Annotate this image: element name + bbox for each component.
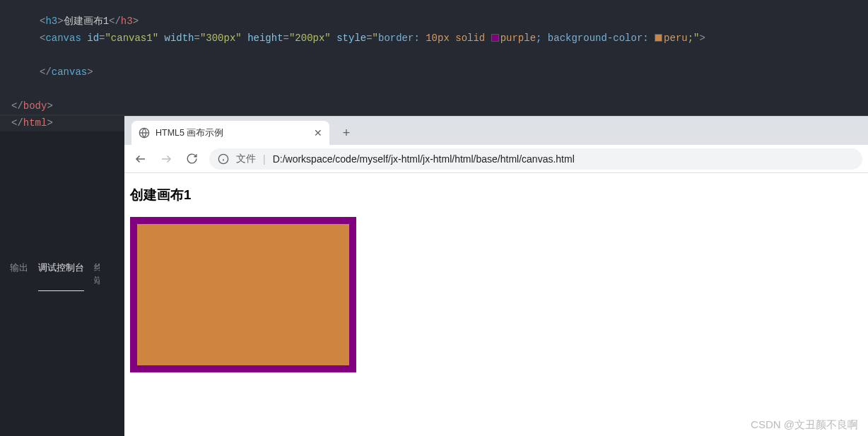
address-prefix: 文件 bbox=[236, 153, 256, 165]
panel-tab-terminal[interactable]: 终端 bbox=[94, 261, 100, 291]
back-button[interactable] bbox=[130, 148, 151, 170]
browser-tab[interactable]: HTML5 画布示例 ✕ bbox=[131, 121, 329, 145]
browser-tab-title: HTML5 画布示例 bbox=[156, 127, 308, 139]
globe-icon bbox=[139, 127, 150, 139]
new-tab-button[interactable]: + bbox=[336, 123, 356, 143]
browser-toolbar: 文件 | D:/workspace/code/myself/jx-html/jx… bbox=[124, 145, 868, 173]
info-icon bbox=[218, 153, 229, 165]
forward-button[interactable] bbox=[156, 148, 177, 170]
code-line-blank2[interactable] bbox=[0, 81, 868, 98]
code-line-1[interactable]: <h3>创建画布1</h3> bbox=[0, 13, 868, 30]
code-line-2[interactable]: <canvas id="canvas1" width="300px" heigh… bbox=[0, 30, 868, 47]
address-path: D:/workspace/code/myself/jx-html/jx-html… bbox=[273, 153, 575, 165]
panel-tab-debug-console[interactable]: 调试控制台 bbox=[38, 261, 84, 291]
page-content: 创建画布1 bbox=[124, 173, 868, 436]
color-swatch-purple bbox=[491, 34, 499, 42]
close-icon[interactable]: ✕ bbox=[314, 127, 322, 139]
address-bar[interactable]: 文件 | D:/workspace/code/myself/jx-html/jx… bbox=[209, 148, 862, 170]
panel-tabs: 输出 调试控制台 终端 bbox=[0, 261, 124, 291]
page-heading: 创建画布1 bbox=[130, 186, 862, 204]
browser-tabstrip: HTML5 画布示例 ✕ + bbox=[124, 117, 868, 145]
reload-icon bbox=[186, 153, 198, 165]
arrow-left-icon bbox=[134, 153, 147, 165]
browser-window: HTML5 画布示例 ✕ + 文件 | D:/workspace/code/my… bbox=[124, 116, 868, 436]
panel-tab-output[interactable]: 输出 bbox=[10, 261, 28, 291]
canvas-element bbox=[130, 217, 356, 372]
address-separator: | bbox=[263, 153, 266, 165]
code-line-blank[interactable] bbox=[0, 47, 868, 64]
reload-button[interactable] bbox=[181, 148, 202, 170]
code-editor[interactable]: <h3>创建画布1</h3> <canvas id="canvas1" widt… bbox=[0, 0, 868, 116]
line-highlight bbox=[0, 114, 124, 131]
code-line-4[interactable]: </body> bbox=[0, 98, 868, 114]
arrow-right-icon bbox=[160, 153, 172, 165]
color-swatch-peru bbox=[655, 34, 662, 42]
code-line-3[interactable]: </canvas> bbox=[0, 64, 868, 81]
